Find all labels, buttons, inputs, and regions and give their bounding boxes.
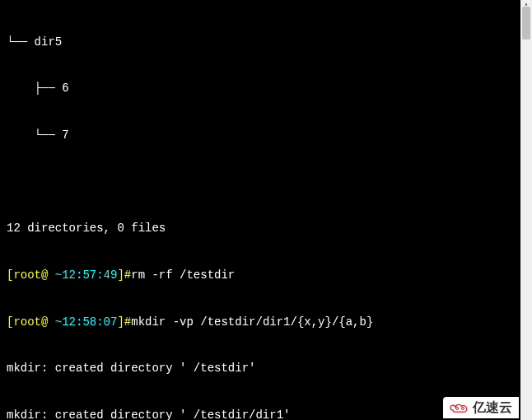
cloud-icon: [450, 401, 469, 414]
prompt-time: ~12:58:07: [55, 315, 118, 329]
output-line: mkdir: created directory ' /testdir': [7, 361, 525, 376]
prompt-line: [root@ ~12:57:49]#rm -rf /testdir: [7, 268, 525, 283]
command-text: rm -rf /testdir: [131, 268, 235, 282]
prompt-user: [root@: [7, 268, 55, 282]
svg-point-1: [462, 408, 464, 410]
svg-point-0: [456, 408, 459, 410]
tree-line: └── dir5: [7, 35, 525, 50]
blank-line: [7, 175, 525, 190]
prompt-user: [root@: [7, 315, 55, 329]
scrollbar[interactable]: ▴: [520, 0, 532, 420]
tree-line: ├── 6: [7, 81, 525, 96]
prompt-line: [root@ ~12:58:07]#mkdir -vp /testdir/dir…: [7, 315, 525, 330]
command-text: mkdir -vp /testdir/dir1/{x,y}/{a,b}: [131, 315, 373, 329]
summary-line: 12 directories, 0 files: [7, 221, 525, 236]
scroll-thumb[interactable]: [522, 7, 530, 40]
prompt-close: ]#: [117, 315, 131, 329]
prompt-close: ]#: [117, 268, 131, 282]
watermark: 亿速云: [443, 397, 519, 418]
watermark-text: 亿速云: [473, 399, 512, 417]
tree-line: └── 7: [7, 128, 525, 143]
terminal-output[interactable]: └── dir5 ├── 6 └── 7 12 directories, 0 f…: [0, 0, 532, 420]
prompt-time: ~12:57:49: [55, 268, 118, 282]
